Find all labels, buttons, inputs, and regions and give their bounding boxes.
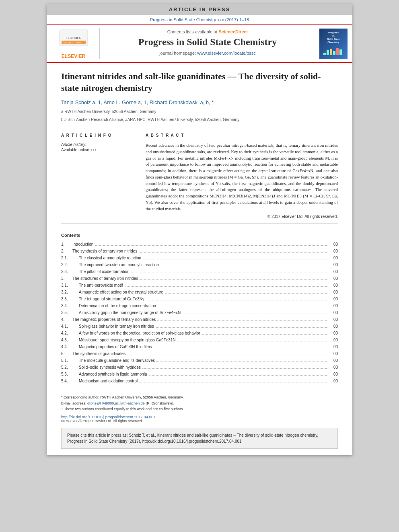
toc-item: 4.3.Mössbauer spectroscopy on the spin g…: [61, 337, 338, 343]
toc-item: 4.4.Magnetic properties of GaFe3N thin f…: [61, 343, 338, 350]
article-history-label: Article history:: [61, 142, 138, 147]
toc-num: 3.1.: [61, 282, 79, 289]
toc-page: 00: [330, 261, 338, 268]
toc-num: 5.1.: [61, 357, 79, 364]
toc-page: 00: [330, 248, 338, 255]
issn-line: 0079-6786/© 2017 Elsevier Ltd. All right…: [61, 419, 338, 423]
toc-dots: [182, 314, 328, 314]
toc-label: The structures of ternary iron nitrides: [72, 275, 138, 282]
contents-title: Contents: [61, 233, 338, 238]
toc-page: 00: [330, 378, 338, 384]
header-right: ProgressinSolid StateChemistry: [315, 28, 348, 59]
toc-label: The tetragonal structure of GeFe3Ny: [79, 296, 144, 302]
doi-url[interactable]: http://dx.doi.org/10.1016/j.progsolidstc…: [61, 415, 156, 419]
toc-num: 5.3.: [61, 371, 79, 378]
science-direct-link[interactable]: ScienceDirect: [219, 29, 248, 34]
toc-dots: [156, 327, 328, 328]
toc-page: 00: [330, 268, 338, 275]
abstract-text: Recent advances in the chemistry of two …: [146, 142, 338, 212]
toc-page: 00: [330, 302, 338, 309]
toc-dots: [156, 362, 328, 362]
corresponding-text: * Corresponding author. RWTH Aachen Univ…: [61, 395, 184, 399]
toc-page: 00: [330, 275, 338, 282]
toc-label: Mössbauer spectroscopy on the spin glass…: [79, 337, 176, 343]
toc-item: 5.2.Solid–solid synthesis with hydrides0…: [61, 364, 338, 371]
toc-label: A miscibility gap in the homogeneity ran…: [79, 309, 181, 316]
footnotes-section: * Corresponding author. RWTH Aachen Univ…: [61, 391, 338, 412]
toc-label: Solid–solid synthesis with hydrides: [79, 364, 141, 371]
toc-label: A few brief words on the theoretical pre…: [79, 330, 200, 337]
toc-label: Magnetic properties of GaFe3N thin films: [79, 343, 152, 350]
toc-label: The pitfall of oxide formation: [79, 268, 130, 275]
toc-item: 3.1.The anti-perovskite motif00: [61, 282, 338, 289]
toc-num: 2.: [61, 248, 72, 255]
toc-dots: [158, 307, 328, 307]
authors-text: Tanja Scholz a, 1, Arno L. Görne a, 1, R…: [61, 99, 214, 105]
toc-page: 00: [330, 364, 338, 371]
toc-dots: [149, 375, 328, 376]
journal-chart-icon: [323, 45, 345, 55]
homepage-url[interactable]: www.elsevier.com/locate/pssc: [197, 51, 256, 55]
email-name: (R. Dronskowski).: [146, 401, 174, 405]
page: ARTICLE IN PRESS Progress in Solid State…: [47, 4, 352, 455]
svg-rect-6: [330, 49, 332, 55]
affiliation-b: b Jülich-Aachen Research Alliance, JARA-…: [61, 117, 338, 123]
article-info-header: A R T I C L E I N F O: [61, 133, 138, 139]
toc-item: 5.3.Advanced synthesis in liquid ammonia…: [61, 371, 338, 378]
toc-dots: [202, 334, 328, 335]
authors: Tanja Scholz a, 1, Arno L. Görne a, 1, R…: [61, 99, 338, 105]
toc-num: 5.2.: [61, 364, 79, 371]
toc-num: 4.2.: [61, 330, 79, 337]
toc-page: 00: [330, 316, 338, 323]
toc-num: 3.3.: [61, 296, 79, 302]
header-left: ELSEVIER SCIENCE DIRECT ELSEVIER: [51, 28, 100, 59]
toc-dots: [177, 341, 328, 341]
toc-dots: [131, 273, 328, 273]
toc-item: 3.4.Determination of the nitrogen concen…: [61, 302, 338, 309]
toc-label: Introduction: [72, 241, 93, 248]
toc-page: 00: [330, 357, 338, 364]
toc-item: 3.3.The tetragonal structure of GeFe3Ny0…: [61, 296, 338, 302]
toc-label: The molecule guanidine and its derivativ…: [79, 357, 155, 364]
header-section: ELSEVIER SCIENCE DIRECT ELSEVIER Content…: [47, 24, 352, 63]
toc-item: 4.1.Spin-glass behavior in ternary iron …: [61, 323, 338, 330]
toc-label: The magnetic properties of ternary iron …: [72, 316, 156, 323]
toc-label: The anti-perovskite motif: [79, 282, 123, 289]
copyright-line: © 2017 Elsevier Ltd. All rights reserved…: [146, 214, 338, 219]
article-in-press-banner: ARTICLE IN PRESS: [47, 4, 352, 15]
toc-dots: [95, 245, 328, 246]
toc-page: 00: [330, 296, 338, 302]
article-title: Itinerant nitrides and salt-like guanidi…: [61, 71, 338, 94]
cite-box: Please cite this article in press as: Sc…: [61, 428, 338, 449]
affiliation-a: a RWTH Aachen University, 52056 Aachen, …: [61, 109, 338, 115]
toc-dots: [127, 355, 328, 355]
banner-text: ARTICLE IN PRESS: [169, 6, 230, 12]
toc-item: 2.The synthesis of ternary iron nitrides…: [61, 248, 338, 255]
toc-num: 3.5.: [61, 309, 79, 316]
article-info-abstract: A R T I C L E I N F O Article history: A…: [61, 133, 338, 219]
journal-ref-text: Progress in Solid State Chemistry xxx (2…: [150, 17, 249, 22]
toc-item: 5.The synthesis of guanidinates00: [61, 350, 338, 357]
svg-text:ELSEVIER: ELSEVIER: [66, 36, 81, 40]
svg-rect-5: [327, 50, 329, 55]
elsevier-logo-icon: ELSEVIER SCIENCE DIRECT: [58, 28, 90, 52]
toc-item: 5.4.Mechanism and oxidation control00: [61, 378, 338, 384]
toc-label: The synthesis of ternary iron nitrides: [72, 248, 137, 255]
toc-page: 00: [330, 330, 338, 337]
email-link[interactable]: drons@HAl9000.ac.rwth-aachen.de: [87, 401, 145, 405]
toc-item: 4.2.A few brief words on the theoretical…: [61, 330, 338, 337]
toc-page: 00: [330, 282, 338, 289]
toc-page: 00: [330, 323, 338, 330]
toc-item: 2.3.The pitfall of oxide formation00: [61, 268, 338, 275]
svg-rect-8: [336, 48, 339, 55]
table-of-contents: Contents 1.Introduction002.The synthesis…: [61, 230, 338, 384]
toc-num: 5.: [61, 350, 72, 357]
toc-dots: [160, 266, 328, 266]
toc-dots: [143, 259, 328, 259]
toc-page: 00: [330, 309, 338, 316]
toc-page: 00: [330, 343, 338, 350]
toc-page: 00: [330, 371, 338, 378]
svg-rect-9: [339, 49, 342, 55]
toc-label: Advanced synthesis in liquid ammonia: [79, 371, 147, 378]
toc-num: 4.1.: [61, 323, 79, 330]
